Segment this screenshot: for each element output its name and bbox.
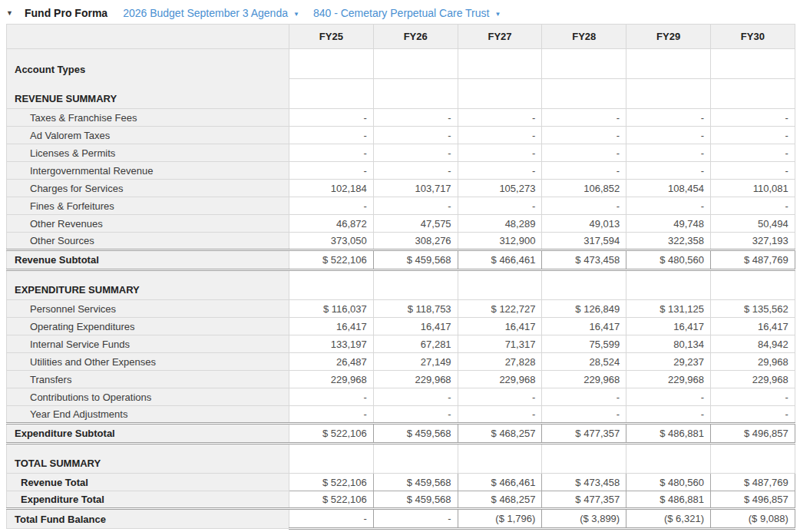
table-row: Expenditure Total$ 522,106$ 459,568$ 468… [7,491,795,509]
cell-value [626,444,711,474]
cell-value [289,49,374,79]
cell-value: 49,748 [626,215,711,233]
cell-value: 102,184 [289,180,374,197]
cell-value: 229,968 [373,371,458,388]
cell-value: - [458,388,542,406]
table-row: EXPENDITURE SUMMARY [7,270,795,300]
row-label: Revenue Total [7,474,289,491]
table-body: Account TypesREVENUE SUMMARYTaxes & Fran… [7,49,795,529]
cell-value: 67,281 [373,335,458,353]
cell-value [289,444,374,474]
cell-value [289,270,374,300]
row-label: Utilities and Other Expenses [7,353,289,371]
cell-value: 80,134 [626,335,711,353]
cell-value: $ 468,257 [458,491,542,509]
cell-value: - [373,144,458,162]
cell-value: 16,417 [542,318,626,335]
cell-value: $ 477,357 [542,424,626,444]
column-header: FY29 [626,25,711,49]
cell-value: 133,197 [289,335,374,353]
cell-value: $ 473,458 [542,474,626,491]
cell-value [289,79,374,109]
cell-value [542,79,626,109]
cell-value: 110,081 [710,180,795,197]
cell-value: - [710,127,795,144]
row-label: Other Revenues [7,215,289,233]
cell-value [373,270,458,300]
cell-value: 229,968 [710,371,795,388]
cell-value: 373,050 [289,233,374,250]
table-row: Revenue Subtotal$ 522,106$ 459,568$ 466,… [7,250,795,270]
table-row: Other Revenues46,87247,57548,28949,01349… [7,215,795,233]
table-row: Licenses & Permits------ [7,144,795,162]
cell-value: - [626,162,711,180]
cell-value [542,444,626,474]
cell-value: $ 459,568 [373,424,458,444]
cell-value: - [710,197,795,215]
table-row: REVENUE SUMMARY [7,79,795,109]
row-label: Operating Expenditures [7,318,289,335]
cell-value: - [458,406,542,424]
cell-value: ($ 9,088) [710,509,795,529]
cell-value [542,270,626,300]
caret-down-icon: ▼ [494,9,501,18]
table-header: FY25FY26FY27FY28FY29FY30 [7,25,795,49]
row-label: Fines & Forfeitures [7,197,289,215]
cell-value: $ 522,106 [289,474,374,491]
table-row: Other Sources373,050308,276312,900317,59… [7,233,795,250]
cell-value [710,444,795,474]
table-row: Taxes & Franchise Fees------ [7,109,795,127]
column-header: FY28 [542,25,626,49]
table-row: Contributions to Operations------ [7,388,795,406]
cell-value: 27,828 [458,353,542,371]
fund-dropdown[interactable]: 840 - Cemetary Perpetual Care Trust ▼ [313,7,501,19]
cell-value: $ 477,357 [542,491,626,509]
row-label: Charges for Services [7,180,289,197]
cell-value: - [626,388,711,406]
row-label: EXPENDITURE SUMMARY [7,270,289,300]
cell-value: - [458,127,542,144]
row-label: Expenditure Total [7,491,289,509]
cell-value [626,270,711,300]
cell-value: 26,487 [289,353,374,371]
cell-value: - [458,162,542,180]
table-row: Fines & Forfeitures------ [7,197,795,215]
cell-value: - [542,109,626,127]
cell-value: $ 118,753 [373,300,458,318]
cell-value: $ 135,562 [710,300,795,318]
table-row: Revenue Total$ 522,106$ 459,568$ 466,461… [7,474,795,491]
column-header: FY27 [458,25,542,49]
column-header: FY25 [289,25,374,49]
cell-value: 29,968 [710,353,795,371]
cell-value: $ 522,106 [289,250,374,270]
cell-value: $ 480,560 [626,474,711,491]
cell-value: $ 459,568 [373,250,458,270]
cell-value: ($ 1,796) [458,509,542,529]
row-label: Contributions to Operations [7,388,289,406]
row-label: Account Types [7,49,289,79]
cell-value: 75,599 [542,335,626,353]
row-label: REVENUE SUMMARY [7,79,289,109]
cell-value: - [289,388,374,406]
row-label: Total Fund Balance [7,509,289,529]
collapse-icon[interactable]: ▼ [6,8,20,18]
cell-value: 47,575 [373,215,458,233]
cell-value: 71,317 [458,335,542,353]
cell-value: 16,417 [710,318,795,335]
cell-value: $ 480,560 [626,250,711,270]
table-row: Ad Valorem Taxes------ [7,127,795,144]
cell-value [710,79,795,109]
cell-value: $ 473,458 [542,250,626,270]
cell-value: $ 122,727 [458,300,542,318]
cell-value: 106,852 [542,180,626,197]
cell-value: - [710,388,795,406]
cell-value: 48,289 [458,215,542,233]
budget-dropdown-label: 2026 Budget September 3 Agenda [123,7,288,19]
cell-value: $ 466,461 [458,250,542,270]
cell-value [373,444,458,474]
titlebar: ▼ Fund Pro Forma 2026 Budget September 3… [0,0,800,24]
cell-value: - [289,127,374,144]
budget-dropdown[interactable]: 2026 Budget September 3 Agenda ▼ [123,7,299,19]
row-label: Other Sources [7,233,289,250]
row-label: Ad Valorem Taxes [7,127,289,144]
